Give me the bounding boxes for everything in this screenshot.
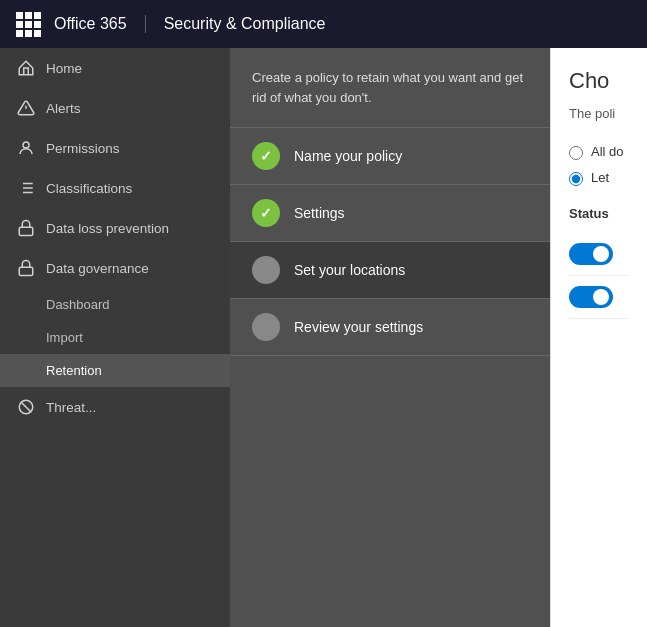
section-name: Security & Compliance	[164, 15, 326, 33]
step-label-locations: Set your locations	[294, 262, 405, 278]
home-icon	[16, 58, 36, 78]
content-area: Create a policy to retain what you want …	[230, 48, 647, 627]
data-gov-icon	[16, 258, 36, 278]
toggle-1[interactable]	[569, 243, 613, 265]
step-circle-name	[252, 142, 280, 170]
step-circle-review	[252, 313, 280, 341]
app-name: Office 365	[54, 15, 146, 33]
step-circle-locations	[252, 256, 280, 284]
sidebar-sub-dashboard[interactable]: Dashboard	[0, 288, 230, 321]
svg-line-12	[21, 402, 32, 413]
step-label-review: Review your settings	[294, 319, 423, 335]
step-label-name: Name your policy	[294, 148, 402, 164]
toggle-row-2	[569, 276, 629, 319]
sidebar-label-home: Home	[46, 61, 82, 76]
sidebar-item-permissions[interactable]: Permissions	[0, 128, 230, 168]
status-section: Status	[569, 206, 629, 319]
sidebar-sub-label-retention: Retention	[46, 363, 102, 378]
sidebar-item-home[interactable]: Home	[0, 48, 230, 88]
wizard-step-review[interactable]: Review your settings	[230, 299, 550, 356]
step-circle-settings	[252, 199, 280, 227]
sidebar-item-data-loss[interactable]: Data loss prevention	[0, 208, 230, 248]
step-label-settings: Settings	[294, 205, 345, 221]
svg-rect-9	[19, 227, 33, 235]
svg-point-2	[23, 142, 29, 148]
radio-label-all: All do	[591, 144, 624, 159]
sidebar-label-threat: Threat...	[46, 400, 96, 415]
sidebar-item-alerts[interactable]: Alerts	[0, 88, 230, 128]
sidebar: Home Alerts Permissions	[0, 48, 230, 627]
classifications-icon	[16, 178, 36, 198]
status-label: Status	[569, 206, 629, 221]
alerts-icon	[16, 98, 36, 118]
wizard-description: Create a policy to retain what you want …	[230, 48, 550, 128]
sidebar-label-data-loss: Data loss prevention	[46, 221, 169, 236]
toggle-2[interactable]	[569, 286, 613, 308]
permissions-icon	[16, 138, 36, 158]
radio-option-let: Let	[569, 170, 629, 186]
svg-rect-10	[19, 267, 33, 275]
sidebar-label-alerts: Alerts	[46, 101, 81, 116]
radio-let[interactable]	[569, 172, 583, 186]
sidebar-item-classifications[interactable]: Classifications	[0, 168, 230, 208]
sidebar-sub-label-import: Import	[46, 330, 83, 345]
wizard-step-locations[interactable]: Set your locations	[230, 242, 550, 299]
sidebar-sub-retention[interactable]: Retention	[0, 354, 230, 387]
topbar: Office 365 Security & Compliance	[0, 0, 647, 48]
wizard-step-name[interactable]: Name your policy	[230, 128, 550, 185]
sidebar-label-data-gov: Data governance	[46, 261, 149, 276]
right-panel-desc: The poli	[569, 104, 629, 124]
wizard-step-settings[interactable]: Settings	[230, 185, 550, 242]
sidebar-item-data-gov[interactable]: Data governance	[0, 248, 230, 288]
right-panel: Cho The poli All do Let Status	[550, 48, 647, 627]
sidebar-item-threat[interactable]: Threat...	[0, 387, 230, 427]
waffle-button[interactable]	[12, 8, 44, 40]
sidebar-label-classifications: Classifications	[46, 181, 132, 196]
sidebar-sub-import[interactable]: Import	[0, 321, 230, 354]
sidebar-label-permissions: Permissions	[46, 141, 120, 156]
sidebar-sub-label-dashboard: Dashboard	[46, 297, 110, 312]
waffle-icon	[16, 12, 41, 37]
threat-icon	[16, 397, 36, 417]
main-layout: Home Alerts Permissions	[0, 48, 647, 627]
wizard-description-text: Create a policy to retain what you want …	[252, 70, 523, 105]
wizard-panel: Create a policy to retain what you want …	[230, 48, 550, 627]
data-loss-icon	[16, 218, 36, 238]
radio-label-let: Let	[591, 170, 609, 185]
radio-option-all: All do	[569, 144, 629, 160]
toggle-row-1	[569, 233, 629, 276]
right-panel-title: Cho	[569, 68, 629, 94]
radio-all[interactable]	[569, 146, 583, 160]
